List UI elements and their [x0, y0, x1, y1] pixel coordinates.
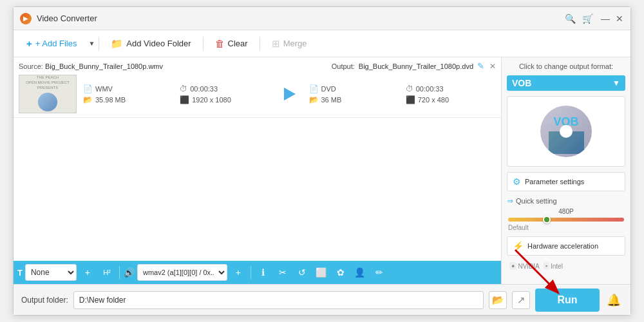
quality-slider[interactable] — [508, 218, 624, 222]
duration-icon: ⏱ — [180, 84, 187, 93]
quality-label: 480P — [508, 208, 624, 215]
hardware-acceleration-button[interactable]: ⚡ Hardware acceleration — [507, 236, 625, 256]
folder-icon: 📁 — [111, 38, 123, 50]
parameter-settings-button[interactable]: ⚙ Parameter settings — [507, 172, 625, 191]
edit-sep-2 — [251, 266, 251, 279]
audio-icon: 🔊 — [124, 267, 135, 278]
quality-knob[interactable] — [543, 216, 551, 223]
main-toolbar: + + Add Files ▼ 📁 Add Video Folder 🗑 Cle… — [14, 30, 630, 57]
file-entry: Source: Big_Buck_Bunny_Trailer_1080p.wmv… — [14, 57, 501, 118]
quick-setting-section: ⇒ Quick setting 480P Default — [507, 196, 625, 231]
alarm-button[interactable]: 🔔 — [605, 291, 623, 309]
output-meta: 📄 DVD ⏱ 00:00:33 📂 36 MB — [309, 84, 497, 104]
subtitle-select[interactable]: None — [25, 264, 77, 281]
input-meta: 📄 WMV ⏱ 00:00:33 📂 35.98 MB — [83, 84, 270, 104]
bottom-bar: Output folder: 📂 ↗ Run 🔔 — [14, 284, 630, 315]
rotate-button[interactable]: ↺ — [294, 264, 310, 281]
thumbnail-image — [38, 93, 57, 111]
merge-icon: ⊞ — [272, 38, 280, 50]
out-size-icon: 📂 — [309, 95, 319, 104]
audio-track-select[interactable]: wmav2 (a[1][0][0] / 0x... — [137, 264, 227, 281]
app-icon: ▶ — [20, 13, 32, 24]
browse-folder-button[interactable]: 📂 — [489, 291, 507, 309]
main-content: Source: Big_Buck_Bunny_Trailer_1080p.wmv… — [14, 57, 630, 284]
font-label: T — [17, 268, 23, 278]
center-panel: Source: Big_Buck_Bunny_Trailer_1080p.wmv… — [14, 57, 502, 284]
subtitle-edit-button[interactable]: ✏ — [371, 264, 388, 281]
size-icon: 📂 — [83, 95, 93, 104]
plus-icon: + — [26, 38, 32, 49]
toolbar-divider-3 — [260, 37, 260, 51]
edit-sep-1 — [119, 266, 120, 279]
cart-icon[interactable]: 🛒 — [582, 14, 593, 24]
cut-button[interactable]: ✂ — [274, 264, 291, 281]
nvidia-logo: ● NVIDIA — [509, 262, 540, 270]
info-button[interactable]: ℹ — [255, 264, 272, 281]
effect-button[interactable]: ✿ — [332, 264, 349, 281]
toolbar-divider-1 — [99, 37, 99, 51]
search-icon[interactable]: 🔍 — [565, 14, 576, 24]
merge-button[interactable]: ⊞ Merge — [264, 34, 315, 53]
trash-icon: 🗑 — [215, 38, 225, 49]
run-button[interactable]: Run — [535, 289, 600, 312]
title-bar: ▶ Video Converter 🔍 🛒 — ✕ — [14, 7, 630, 30]
output-folder-label: Output folder: — [21, 296, 68, 305]
export-button[interactable]: ↗ — [512, 291, 530, 309]
crop-button[interactable]: ⬜ — [313, 264, 330, 281]
edit-output-icon[interactable]: ✎ — [477, 61, 484, 71]
add-subtitle-button[interactable]: + — [79, 264, 96, 281]
out-resolution-icon: ⬛ — [406, 95, 415, 104]
resolution-icon: ⬛ — [180, 95, 189, 104]
out-duration-icon: ⏱ — [406, 84, 413, 93]
export-icon: ↗ — [517, 294, 526, 306]
output-label: Output: Big_Buck_Bunny_Trailer_1080p.dvd… — [332, 61, 484, 71]
edit-toolbar: T None + H² 🔊 wmav2 (a[1][0][0] / 0x... … — [14, 261, 501, 284]
file-list: Source: Big_Buck_Bunny_Trailer_1080p.wmv… — [14, 57, 501, 261]
hw-icon: ⚡ — [513, 241, 524, 251]
source-label: Source: Big_Buck_Bunny_Trailer_1080p.wmv — [19, 62, 163, 70]
add-video-folder-button[interactable]: 📁 Add Video Folder — [103, 34, 198, 53]
out-format-icon: 📄 — [309, 84, 319, 93]
alarm-icon: 🔔 — [607, 293, 621, 307]
settings-icon: ⚙ — [513, 176, 521, 187]
format-icon: 📄 — [83, 84, 93, 93]
folder-open-icon: 📂 — [492, 294, 504, 306]
gpu-logos: ● NVIDIA ▪ Intel — [507, 261, 625, 271]
toolbar-divider-2 — [203, 37, 204, 51]
quick-setting-icon: ⇒ — [507, 196, 513, 205]
file-details-row: THE PEACHOPEN MOVIE PROJECTPRESENTS 📄 WM… — [19, 75, 496, 113]
format-name: VOB — [512, 78, 531, 88]
watermark-button[interactable]: 👤 — [352, 264, 368, 281]
vob-preview: VOB — [507, 96, 625, 167]
vob-disc: VOB — [540, 106, 592, 157]
file-entry-close-button[interactable]: ✕ — [489, 62, 496, 71]
minimize-button[interactable]: — — [601, 14, 610, 23]
intel-logo: ▪ Intel — [544, 262, 563, 270]
output-format-label: Click to change output format: — [507, 62, 625, 70]
add-audio-button[interactable]: + — [230, 264, 247, 281]
subtitle-h-button[interactable]: H² — [99, 264, 115, 281]
add-files-dropdown-arrow[interactable]: ▼ — [88, 40, 95, 47]
add-files-button[interactable]: + + Add Files — [19, 34, 84, 53]
quality-default: Default — [508, 224, 624, 231]
convert-arrow — [270, 88, 309, 100]
format-selector[interactable]: VOB ▼ — [507, 75, 625, 91]
right-panel: Click to change output format: VOB ▼ VOB… — [502, 57, 630, 284]
close-button[interactable]: ✕ — [615, 14, 624, 23]
format-dropdown-arrow: ▼ — [612, 79, 620, 88]
output-folder-input[interactable] — [73, 291, 484, 309]
app-title: Video Converter — [37, 14, 565, 23]
clear-button[interactable]: 🗑 Clear — [207, 34, 256, 53]
quality-slider-container: 480P Default — [507, 208, 625, 231]
file-thumbnail: THE PEACHOPEN MOVIE PROJECTPRESENTS — [19, 75, 77, 113]
